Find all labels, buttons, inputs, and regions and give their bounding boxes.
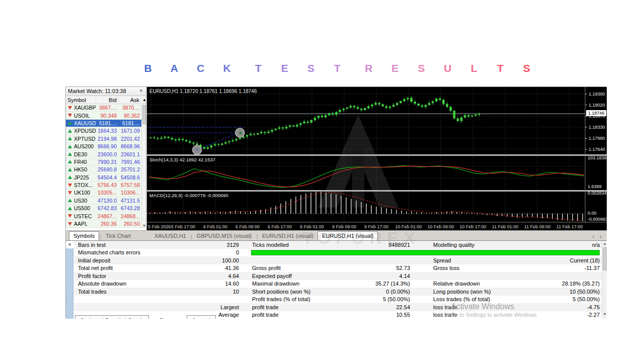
chart-tab-3[interactable]: EURUSD,H1 (visual) [317,231,378,240]
down-arrow-icon [68,214,72,218]
svg-text:0.00: 0.00 [588,211,597,216]
close-icon[interactable]: × [66,241,73,248]
bid-value: 47130.0 [96,198,118,204]
bid-value: 260.36 [96,221,118,227]
report-row: Absolute drawdown14.60Maximal drawdown35… [74,280,602,288]
scroll-down-icon[interactable]: ▼ [602,311,607,317]
column-symbol[interactable]: Symbol [66,97,96,103]
symbol-name: UK100 [74,190,96,196]
list-item-us30[interactable]: US3047130.047131.5 [66,197,146,205]
svg-text:0.002834: 0.002834 [588,191,607,196]
list-item-jp225[interactable]: JP22554504.454508.6 [66,174,146,182]
bid-value: 6742.83 [96,205,118,211]
chart-tab-2[interactable]: EURUSD,H1 (visual) [258,232,317,240]
report-value: 3129 [191,242,241,248]
panel-divider[interactable] [147,154,607,156]
list-item-usoil[interactable]: USOIL90.34890.362 [66,112,146,119]
bid-value: 25690.8 [96,166,118,172]
list-item-fr40[interactable]: FR407990.317991.46 [66,158,146,166]
symbol-name: DE30 [74,151,96,157]
report-row: Mismatched charts errors0 [74,249,602,257]
list-item-xptusd[interactable]: XPTUSD2194.982201.42 [66,135,146,143]
tab-symbols[interactable]: Symbols [69,231,99,240]
list-item-de30[interactable]: DE3023600.023601.1 [66,150,146,158]
report-label: Spread [412,257,528,263]
bid-value: 5756.43 [96,182,118,188]
market-watch-panel: Market Watch: 11:03:38 × Symbol Bid Ask … [66,87,146,230]
candles [149,96,480,150]
chart-area[interactable]: +◄1.193601.190201.186701.183301.179801.1… [147,87,607,230]
bid-value: 7990.31 [96,159,118,165]
svg-text:11 Feb 17:00: 11 Feb 17:00 [556,224,583,229]
tab-scroll-arrows[interactable]: ‹ › [590,232,607,240]
up-arrow-icon [68,175,72,179]
chart-tab-0[interactable]: XAUUSD,H1 [150,232,190,240]
report-value: 35.27 (14.3%) [352,281,412,287]
scroll-up-icon[interactable]: ▲ [141,98,145,102]
report-value: 5 (50.00%) [352,296,412,302]
scroll-down-icon[interactable]: ▼ [142,223,146,228]
close-icon[interactable]: × [138,87,144,94]
symbol-name: FR40 [74,159,96,165]
bid-value: 8666.90 [96,143,118,149]
title-letter: C [195,62,206,74]
report-value: 100.00 [191,257,241,263]
chart-canvas[interactable]: +◄1.193601.190201.186701.183301.179801.1… [147,87,607,230]
svg-text:1.17980: 1.17980 [589,136,605,141]
svg-text:9 Feb 01:00: 9 Feb 01:00 [300,224,324,229]
current-price-tag: 1.18746 [586,110,606,116]
ask-value: 90.362 [118,113,141,119]
svg-text:1.18330: 1.18330 [589,125,605,130]
column-ask[interactable]: Ask [118,97,141,103]
symbol-name: XAUUSD [74,120,96,126]
list-item-uk100[interactable]: UK10010305...10306... [66,189,146,197]
chart-tab-1[interactable]: GBPUSD,M15 (visual) [193,232,256,240]
scroll-thumb[interactable] [603,247,607,270]
market-watch-scrollbar[interactable]: ▼ [141,104,146,228]
report-value: -4.75 [528,304,602,310]
list-item-us500[interactable]: US5006742.836743.28 [66,205,146,212]
panel-divider[interactable] [147,190,607,192]
report-value: 4.64 [191,273,241,279]
title-letter: E [389,62,400,74]
scroll-thumb[interactable] [142,105,146,124]
tab-tick-chart[interactable]: Tick Chart [102,232,135,240]
list-item-aapl[interactable]: AAPL260.36260.50 [66,220,146,228]
page-title: BACKTESTRESULTS [142,60,532,76]
report-value: 41.36 [191,265,241,271]
list-item-ustec[interactable]: USTEC24867...24868... [66,212,146,220]
tester-scrollbar[interactable]: ▲ ▼ [602,241,607,319]
report-value: 0 [191,249,241,255]
column-bid[interactable]: Bid [96,97,118,103]
tester-panel: × Tester Bars in test3129Ticks modelled8… [66,240,607,319]
list-item-xpdusd[interactable]: XPDUSD1664.331671.09 [66,127,146,135]
report-value: 10 (50.00%) [528,289,602,295]
symbol-name: US30 [74,198,96,204]
tester-side-tab[interactable]: Tester [66,248,73,319]
svg-text:6 Feb 09:00: 6 Feb 09:00 [235,224,260,229]
list-item-xaugbp[interactable]: XAUGBP3867....3870.... [66,104,146,112]
list-item-xauusd[interactable]: XAUUSD5181....5181.... [66,120,146,127]
report-value: 5 (50.00%) [528,296,602,302]
svg-text:10 Feb 01:00: 10 Feb 01:00 [395,224,422,229]
svg-text:1.6389: 1.6389 [588,184,602,189]
list-item-aus200[interactable]: AUS2008666.908668.96 [66,143,146,150]
market-watch-title: Market Watch: 11:03:38 [68,88,126,94]
symbol-name: AAPL [74,221,96,227]
report-label: Maximal drawdown [241,281,352,287]
tab-settings-results-graph[interactable]: Settings | Results | Graph [75,315,149,319]
ask-value: 47131.5 [118,198,141,204]
tab-journal[interactable]: Journal [187,315,216,319]
ask-value: 24868... [118,213,141,219]
list-item-hk50[interactable]: HK5025690.825701.2 [66,166,146,173]
report-row: Total net profit41.36Gross profit52.73Gr… [74,264,602,273]
title-letter: K [221,62,232,74]
ask-value: 2201.42 [118,136,141,142]
bid-value: 23600.0 [96,151,118,157]
report-label: Mismatched charts errors [74,249,191,255]
tab-report[interactable]: Report [154,315,181,319]
scroll-up-icon[interactable]: ▲ [602,241,607,246]
macd-indicator-label: MACD(12,26,9) -0.000778 -0.000690 [149,193,228,198]
list-item-stox[interactable]: STOX...5756.435757.58 [66,182,146,189]
symbol-name: STOX... [74,182,96,188]
